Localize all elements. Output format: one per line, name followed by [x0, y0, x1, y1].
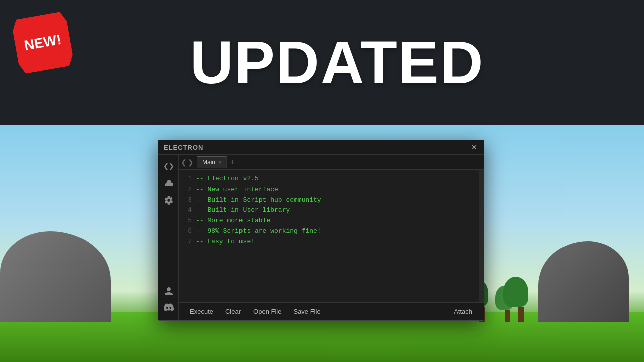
window-title: ELECTRON	[164, 144, 204, 151]
sidebar: ❮❯	[158, 155, 179, 320]
title-bar: ELECTRON — ✕	[158, 140, 484, 155]
rock-left	[0, 231, 111, 322]
line-num-3: 3	[184, 195, 192, 206]
top-banner: NEW! UPDATED	[0, 0, 644, 125]
attach-button[interactable]: Attach	[448, 306, 478, 317]
code-line-4: -- Built-in User library	[196, 205, 475, 216]
user-icon[interactable]	[163, 285, 175, 297]
code-editor[interactable]: 1 2 3 4 5 6 7 -- Electron v2.5 -- New us…	[179, 170, 484, 302]
line-numbers: 1 2 3 4 5 6 7	[179, 170, 194, 302]
line-num-4: 4	[184, 205, 192, 216]
gear-icon[interactable]	[163, 194, 175, 206]
line-num-5: 5	[184, 216, 192, 226]
code-line-3: -- Built-in Script hub community	[196, 195, 475, 206]
line-num-6: 6	[184, 226, 192, 237]
code-line-5: -- More more stable	[196, 216, 475, 226]
open-file-button[interactable]: Open File	[247, 306, 287, 317]
code-line-2: -- New user interface	[196, 185, 475, 195]
discord-icon[interactable]	[163, 301, 175, 313]
new-badge-shape: NEW!	[11, 11, 74, 74]
nav-forward-icon[interactable]: ❯	[188, 158, 194, 166]
add-tab-button[interactable]: +	[227, 158, 237, 167]
rock-right	[538, 241, 629, 322]
new-badge-text: NEW!	[23, 32, 63, 53]
tab-label: Main	[202, 159, 215, 166]
sidebar-bottom	[163, 285, 175, 315]
clear-button[interactable]: Clear	[219, 306, 247, 317]
line-num-7: 7	[184, 237, 192, 247]
minimize-button[interactable]: —	[458, 143, 466, 151]
line-num-2: 2	[184, 185, 192, 195]
nav-arrows: ❮ ❯	[181, 158, 194, 166]
code-content: -- Electron v2.5 -- New user interface -…	[194, 170, 479, 302]
banner-title: UPDATED	[190, 28, 484, 97]
editor-area: ❮ ❯ Main × + 1 2 3 4 5	[179, 155, 484, 320]
main-tab[interactable]: Main ×	[197, 156, 227, 168]
game-background: ELECTRON — ✕ ❮❯	[0, 125, 644, 362]
electron-window: ELECTRON — ✕ ❮❯	[158, 140, 484, 321]
tree-3	[513, 277, 528, 322]
window-body: ❮❯	[158, 155, 484, 320]
code-line-6: -- 98% Scripts are working fine!	[196, 226, 475, 237]
nav-arrows-icon[interactable]: ❮❯	[163, 160, 175, 172]
new-badge: NEW!	[15, 15, 70, 70]
scrollbar[interactable]	[479, 170, 484, 302]
cloud-icon[interactable]	[163, 177, 175, 189]
tab-bar: ❮ ❯ Main × +	[179, 155, 484, 170]
line-num-1: 1	[184, 174, 192, 185]
sidebar-top: ❮❯	[163, 160, 175, 206]
tab-close-button[interactable]: ×	[218, 159, 221, 165]
window-controls: — ✕	[458, 143, 478, 151]
code-line-1: -- Electron v2.5	[196, 174, 475, 185]
save-file-button[interactable]: Save File	[287, 306, 327, 317]
nav-back-icon[interactable]: ❮	[181, 158, 187, 166]
bottom-toolbar: Execute Clear Open File Save File Attach	[179, 302, 484, 320]
close-button[interactable]: ✕	[470, 143, 478, 151]
code-line-7: -- Easy to use!	[196, 237, 475, 247]
execute-button[interactable]: Execute	[184, 306, 219, 317]
